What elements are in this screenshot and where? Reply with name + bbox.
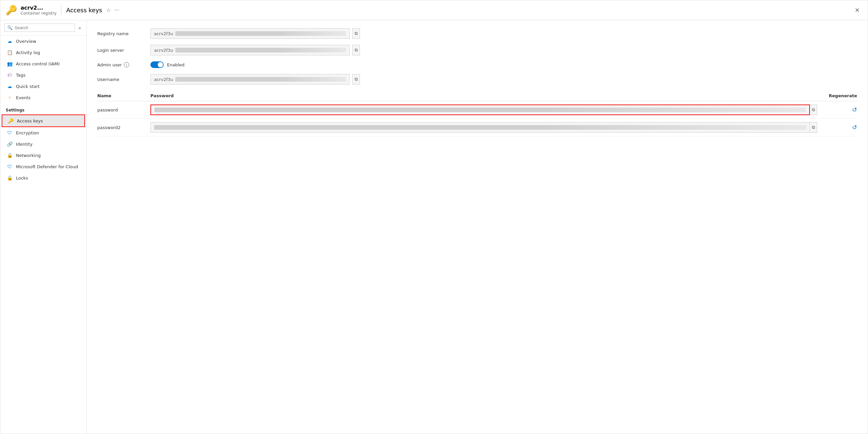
overview-icon: ☁ [7, 38, 12, 44]
col-name-header: Name [97, 93, 150, 98]
col-regenerate-header: Regenerate [817, 93, 857, 98]
login-server-label: Login server [97, 48, 150, 53]
sidebar-item-label: Overview [16, 39, 36, 44]
tags-icon: 🏷 [7, 72, 12, 78]
settings-section-label: Settings [0, 103, 86, 114]
sidebar-item-encryption[interactable]: 🛡 Encryption [0, 127, 86, 138]
toggle-thumb [158, 62, 163, 67]
sidebar-item-identity[interactable]: 🔗 Identity [0, 138, 86, 149]
login-server-prefix: acrv2f3u [154, 48, 173, 53]
networking-icon: 🔒 [7, 152, 12, 158]
search-input-wrapper: 🔍 [4, 24, 75, 32]
admin-user-toggle[interactable] [150, 61, 164, 68]
login-server-input: acrv2f3u [150, 45, 350, 56]
username-prefix: acrv2f3u [154, 77, 173, 82]
password2-value-wrapper: ⧉ [150, 122, 817, 133]
locks-icon: 🔒 [7, 175, 12, 181]
col-password-header: Password [150, 93, 817, 98]
username-copy-button[interactable]: ⧉ [352, 74, 360, 85]
identity-icon: 🔗 [7, 141, 12, 147]
password2-blurred [154, 125, 806, 130]
encryption-icon: 🛡 [7, 130, 12, 136]
registry-name-row: Registry name acrv2f3u ⧉ [97, 28, 857, 39]
username-row: Username acrv2f3u ⧉ [97, 74, 857, 85]
password2-name: password2 [97, 125, 150, 130]
admin-user-info-icon[interactable]: i [124, 62, 129, 67]
content-area: Registry name acrv2f3u ⧉ Login server ac… [87, 20, 868, 434]
sidebar-item-label: Encryption [16, 130, 39, 135]
registry-name-input: acrv2f3u [150, 28, 350, 39]
sidebar-item-defender[interactable]: 🛡 Microsoft Defender for Cloud [0, 161, 86, 172]
password1-copy-button[interactable]: ⧉ [810, 104, 817, 115]
password1-name: password [97, 107, 150, 112]
login-server-copy-button[interactable]: ⧉ [352, 45, 360, 56]
sidebar-item-label: Networking [16, 153, 40, 158]
sidebar-item-activity-log[interactable]: 📋 Activity log [0, 47, 86, 58]
resource-name: acrv2... [21, 5, 57, 11]
sidebar-item-locks[interactable]: 🔒 Locks [0, 172, 86, 183]
sidebar-item-label: Locks [16, 175, 28, 180]
sidebar: 🔍 « ☁ Overview 📋 Activity log 👥 [0, 20, 87, 434]
admin-user-toggle-wrapper: Enabled [150, 61, 185, 68]
app-container: 🔑 acrv2... Container registry Access key… [0, 0, 868, 434]
main-layout: 🔍 « ☁ Overview 📋 Activity log 👥 [0, 20, 868, 434]
password1-blurred [154, 107, 806, 112]
sidebar-item-label: Activity log [16, 50, 40, 55]
password1-value-wrapper: ⧉ [150, 104, 817, 115]
sidebar-item-tags[interactable]: 🏷 Tags [0, 69, 86, 80]
password2-copy-button[interactable]: ⧉ [810, 122, 817, 133]
login-server-row: Login server acrv2f3u ⧉ [97, 45, 857, 56]
sidebar-item-overview[interactable]: ☁ Overview [0, 35, 86, 47]
favorite-star-icon[interactable]: ☆ [106, 7, 111, 13]
header-divider [61, 5, 61, 15]
header: 🔑 acrv2... Container registry Access key… [0, 0, 868, 20]
sidebar-item-networking[interactable]: 🔒 Networking [0, 149, 86, 161]
sidebar-item-label: Events [16, 95, 31, 100]
registry-name-label: Registry name [97, 31, 150, 36]
sidebar-collapse-button[interactable]: « [77, 24, 82, 32]
password2-input [150, 122, 810, 133]
resource-icon: 🔑 [6, 5, 17, 15]
sidebar-item-access-keys[interactable]: 🔑 Access keys [2, 114, 85, 127]
access-keys-icon: 🔑 [8, 118, 13, 124]
defender-icon: 🛡 [7, 164, 12, 170]
resource-type: Container registry [21, 11, 57, 15]
password1-input [150, 104, 810, 115]
registry-name-prefix: acrv2f3u [154, 31, 173, 36]
admin-user-label: Admin user i [97, 62, 150, 67]
sidebar-item-access-control[interactable]: 👥 Access control (IAM) [0, 58, 86, 69]
header-title-block: acrv2... Container registry [21, 5, 57, 15]
table-row: password2 ⧉ ↺ [97, 119, 857, 136]
password1-regen-col: ↺ [817, 106, 857, 113]
sidebar-item-label: Microsoft Defender for Cloud [16, 164, 78, 169]
sidebar-item-label: Access control (IAM) [16, 61, 60, 66]
username-value-wrapper: acrv2f3u ⧉ [150, 74, 857, 85]
password2-regenerate-button[interactable]: ↺ [852, 124, 857, 131]
sidebar-item-quick-start[interactable]: ☁ Quick start [0, 80, 86, 92]
username-label: Username [97, 77, 150, 82]
more-options-icon[interactable]: ··· [114, 7, 119, 13]
admin-user-toggle-label: Enabled [167, 62, 185, 67]
login-server-value-wrapper: acrv2f3u ⧉ [150, 45, 857, 56]
quick-start-icon: ☁ [7, 83, 12, 89]
username-blurred [175, 77, 346, 81]
sidebar-item-label: Identity [16, 142, 33, 147]
close-button[interactable]: ✕ [852, 5, 862, 15]
sidebar-item-label: Tags [16, 73, 26, 78]
registry-name-copy-button[interactable]: ⧉ [352, 28, 360, 39]
password1-regenerate-button[interactable]: ↺ [852, 106, 857, 113]
password-table-header: Name Password Regenerate [97, 91, 857, 101]
sidebar-search-section: 🔍 « [0, 20, 86, 35]
username-input: acrv2f3u [150, 74, 350, 85]
login-server-blurred [175, 48, 346, 53]
password2-regen-col: ↺ [817, 124, 857, 131]
search-input[interactable] [14, 25, 72, 30]
search-icon: 🔍 [7, 25, 12, 30]
registry-name-blurred [175, 31, 346, 36]
sidebar-item-events[interactable]: ⚡ Events [0, 92, 86, 103]
events-icon: ⚡ [7, 95, 12, 101]
sidebar-item-label: Access keys [17, 119, 43, 124]
page-title: Access keys [66, 7, 102, 13]
sidebar-nav: ☁ Overview 📋 Activity log 👥 Access contr… [0, 35, 86, 434]
sidebar-item-label: Quick start [16, 84, 39, 89]
